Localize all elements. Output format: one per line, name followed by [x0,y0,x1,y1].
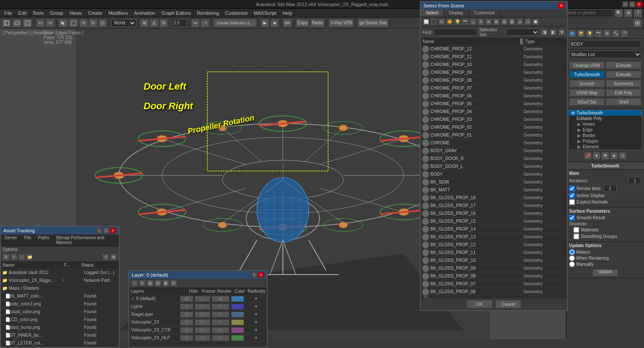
explicit-normals-check[interactable] [569,199,575,205]
dialog-select-all-btn[interactable]: ⬜ [423,18,429,25]
layer-color-swatch[interactable] [231,335,244,341]
scene-row[interactable]: CHROME Geometry [421,139,567,147]
dialog-spacewarp-btn[interactable]: ≋ [485,18,492,25]
dialog-xref-btn[interactable]: ⊟ [501,18,508,25]
layer-freeze-check[interactable]: □ [195,296,210,302]
spinner-input[interactable] [172,19,187,27]
menu-group[interactable]: Group [47,10,66,16]
maximize-button[interactable]: □ [629,1,635,7]
border-item[interactable]: ▶ Border [577,133,642,138]
layer-hide-check[interactable]: □ [180,304,193,310]
ok-button[interactable]: OK [466,300,493,308]
undo-btn[interactable]: ↩ [36,19,45,27]
scene-row[interactable]: BK_GLOSS_PROP_06 Geometry [421,288,567,296]
unwrap-uvw-btn[interactable]: Unwrap UVW [569,61,605,69]
render-btn[interactable] [633,19,642,27]
scene-stat-btn[interactable]: ge Scene Stat [358,19,389,27]
scene-row[interactable]: BODY_DOOR_R Geometry [421,155,567,163]
update-btn[interactable]: Update [592,269,618,277]
scene-row[interactable]: BK_GLOSS_PROP_09 Geometry [421,264,567,272]
at-refresh-btn[interactable]: ↻ [3,254,10,261]
menu-animation[interactable]: Animation [131,10,158,16]
menu-tools[interactable]: Tools [30,10,47,16]
layer-row[interactable]: ☆ 0 (default) ☑ □ ☑ ☀ [129,295,267,303]
smoothing-groups-check[interactable] [574,234,579,239]
scene-row[interactable]: BK_SEMI Geometry [421,178,567,186]
element-item[interactable]: ▶ Element [577,144,642,150]
lm-sel-obj-btn[interactable]: ⊟ [154,280,161,287]
lm-add-sel-btn[interactable]: ⊞ [147,280,154,287]
scene-row[interactable]: BK_GLOSS_PROP_15 Geometry [421,218,567,225]
layer-color-swatch[interactable] [231,327,244,333]
render-iters-check[interactable] [569,186,575,191]
rp-icon-6[interactable]: 🔧 [612,30,620,37]
layer-freeze-check[interactable]: □ [195,304,210,310]
layer-hide-check[interactable]: □ [180,319,193,325]
scene-row[interactable]: BK_GLOSS_PROP_16 Geometry [421,210,567,218]
symmetry-btn[interactable]: Symmetry [606,80,641,87]
scene-row[interactable]: BK_GLOSS_PROP_05 Geometry [421,296,567,298]
scene-row[interactable]: CHROME_PROP_07 Geometry [421,84,567,92]
move-btn[interactable]: ✛ [79,19,88,27]
open-btn[interactable] [12,19,22,27]
stop-btn[interactable]: ■ [270,19,279,27]
at-list-item[interactable]: 📄 LCD_color.png Found [1,316,119,324]
scene-row[interactable]: CHROME_PROP_05 Geometry [421,100,567,108]
editable-poly-stack-item[interactable]: Editable Poly [569,116,642,121]
scene-row[interactable]: CHROME_PROP_01 Geometry [421,131,567,139]
percent-snap-btn[interactable]: % [159,19,168,27]
play-btn[interactable]: ▶ [261,19,269,27]
snap-btn[interactable]: ⊞ [140,19,149,27]
rp-icon-3[interactable]: 💡 [586,30,594,37]
scene-row[interactable]: CHROME_PROP_03 Geometry [421,116,567,124]
scene-row[interactable]: CHROME_PROP_04 Geometry [421,108,567,116]
scene-row[interactable]: BK_GLOSS_PROP_12 Geometry [421,241,567,249]
edit-poly-btn[interactable]: Edit Poly [606,89,641,97]
menu-create[interactable]: Create [85,10,105,16]
when-rendering-radio[interactable] [569,255,575,261]
nav-arrow-btn[interactable]: ▼ [593,152,600,160]
at-config-btn[interactable]: ⚙ [110,254,117,261]
render-iters-input[interactable]: 2 [604,185,617,192]
scene-row[interactable]: BODY_GRAY Geometry [421,147,567,155]
scene-row[interactable]: BK_GLOSS_PROP_08 Geometry [421,272,567,280]
at-help-btn[interactable]: ? [102,254,109,261]
smooth-result-check[interactable] [569,215,575,221]
extrude1-btn[interactable]: Extrude [606,61,641,69]
mirror-btn[interactable]: ⇔ [191,19,200,27]
uvw-map-btn[interactable]: UWW Map [569,89,605,97]
layer-row[interactable]: Volocopter_2X_HLP □ □ □ ☀ [129,334,267,342]
edge-item[interactable]: ▶ Edge [577,127,642,133]
at-menu-file[interactable]: File [20,234,34,246]
at-list-item[interactable]: 📄 obod_bump.png Found [1,324,119,331]
scene-row[interactable]: CHROME_PROP_02 Geometry [421,124,567,131]
create-selection-btn[interactable]: Create Selection S... [213,19,257,27]
scene-row[interactable]: CHROME_PROP_10 Geometry [421,61,567,69]
at-menu-paths[interactable]: Paths [35,234,53,246]
vray-vfb-btn[interactable]: V-Ray VFB [329,19,353,27]
at-menu-server[interactable]: Server [1,234,20,246]
at-list-item[interactable]: 📁 Autodesk Vault 2012 Logged Out (...) [1,269,119,277]
always-radio[interactable] [569,249,575,255]
scene-row[interactable]: CHROME_PROP_11 Geometry [421,53,567,61]
layer-color-swatch[interactable] [231,304,244,310]
layer-color-swatch[interactable] [231,319,244,325]
at-minimize-btn[interactable]: ─ [96,228,102,234]
lm-close-btn[interactable]: ✕ [258,272,264,278]
rp-icon-5[interactable]: ⚙ [603,30,611,37]
nsurf-sel-btn[interactable]: NSurf Sel [569,98,605,106]
dialog-invert-btn[interactable]: ⊡ [438,18,445,25]
menu-edit[interactable]: Edit [16,10,29,16]
at-list-item[interactable]: 📄 body_color2.png Found [1,300,119,308]
align-btn[interactable]: ⊣ [201,19,209,27]
layer-color-swatch[interactable] [231,296,244,302]
nav-copy-btn[interactable]: ⎘ [619,152,627,160]
manually-radio[interactable] [569,261,575,267]
rp-icon-1[interactable]: 🔷 [568,30,576,37]
save-btn[interactable] [23,19,32,27]
dialog-opt2-btn[interactable]: ⬢ [532,18,539,25]
scene-row[interactable]: BK_GLOSS_PROP_07 Geometry [421,280,567,288]
menu-maxscript[interactable]: MAXScript [251,10,279,16]
turbosmooth-stack-item[interactable]: TurboSmooth [569,110,642,116]
dialog-cam-btn[interactable]: 📷 [462,18,469,25]
